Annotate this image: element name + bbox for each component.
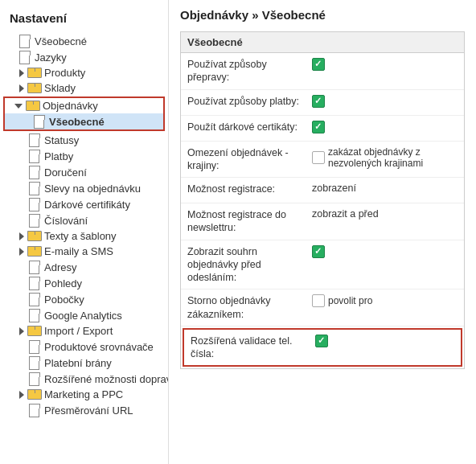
sidebar-item-presmerovani[interactable]: Přesměrování URL (0, 402, 168, 418)
setting-label: Použít dárkové certikáty: (187, 121, 312, 133)
setting-row-storno: Storno objednávky zákazníkem: povolit pr… (181, 289, 464, 326)
sidebar-item-label: Google Analytics (44, 310, 122, 322)
setting-row-souhrn: Zobrazit souhrn objednávky před odeslání… (181, 240, 464, 290)
doc-icon (29, 404, 40, 417)
setting-value (312, 121, 458, 133)
sidebar-item-label: Produktové srovnávače (44, 341, 154, 353)
setting-text: zakázat objednávky z nezvolených krajina… (328, 146, 458, 169)
checkbox-checked[interactable] (312, 95, 325, 108)
checkbox-checked[interactable] (312, 121, 325, 133)
chevron-right-icon (19, 232, 24, 240)
checkbox-unchecked[interactable] (312, 151, 325, 164)
sidebar-item-label: Platební brány (44, 357, 112, 369)
sidebar-item-statusy[interactable]: Statusy (0, 132, 168, 148)
doc-icon (29, 340, 40, 353)
sidebar-item-label: Doručení (44, 166, 87, 179)
doc-icon (29, 261, 40, 273)
chevron-right-icon (19, 248, 24, 256)
setting-row-registrace: Možnost registrace: zobrazení (181, 178, 464, 203)
chevron-right-icon (19, 84, 24, 92)
sidebar-item-platebni[interactable]: Platební brány (0, 355, 168, 371)
sidebar-item-label: Všeobecné (49, 116, 105, 128)
sidebar-item-label: Dárkové certifikáty (44, 199, 130, 211)
doc-icon (29, 150, 40, 162)
chevron-right-icon (19, 327, 24, 335)
folder-icon (26, 101, 39, 111)
sidebar-item-rozsirene[interactable]: Rozšířené možnosti dopravy (0, 371, 168, 387)
setting-value (312, 58, 458, 71)
setting-label: Možnost registrace: (187, 183, 312, 195)
setting-row-newsletter: Možnost registrace do newslettru: zobraz… (181, 203, 464, 240)
sidebar-item-label: Slevy na objednávku (44, 183, 141, 195)
sidebar-item-label: Sklady (44, 82, 76, 94)
sidebar-item-platby[interactable]: Platby (0, 148, 168, 164)
sidebar-item-pobocky[interactable]: Pobočky (0, 291, 168, 307)
page-title: Objednávky » Všeobecné (180, 8, 465, 22)
sidebar-item-doruceni[interactable]: Doručení (0, 164, 168, 180)
sidebar-item-pohledy[interactable]: Pohledy (0, 275, 168, 291)
setting-row-darkove: Použít dárkové certikáty: (181, 116, 464, 142)
sidebar-item-darkove[interactable]: Dárkové certifikáty (0, 196, 168, 212)
doc-icon (29, 214, 40, 227)
sidebar-item-label: Adresy (44, 261, 76, 273)
sidebar-item-label: Produkty (44, 67, 85, 79)
sidebar-item-jazyky[interactable]: Jazyky (0, 49, 168, 65)
sidebar-item-emaily[interactable]: E-maily a SMS (0, 244, 168, 259)
sidebar-title: Nastavení (0, 6, 168, 33)
setting-label: Možnost registrace do newslettru: (187, 208, 312, 235)
setting-label: Používat způsoby platby: (187, 95, 312, 108)
checkbox-unchecked[interactable] (312, 294, 325, 307)
sidebar-item-cislovani[interactable]: Číslování (0, 212, 168, 228)
main-content: Objednávky » Všeobecné Všeobecné Používa… (169, 0, 476, 464)
sidebar-item-produktove[interactable]: Produktové srovnávače (0, 339, 168, 355)
doc-icon (29, 166, 40, 179)
doc-icon (29, 133, 40, 146)
sidebar-item-objednavky[interactable]: Objednávky (5, 98, 163, 113)
sidebar: Nastavení Všeobecné Jazyky Produkty Skla… (0, 0, 169, 464)
folder-icon (27, 326, 40, 336)
sidebar-item-sklady[interactable]: Sklady (0, 80, 168, 96)
sidebar-item-texty[interactable]: Texty a šablony (0, 228, 168, 244)
setting-row-preprava: Používat způsoby přepravy: (181, 53, 464, 90)
doc-icon (29, 198, 40, 211)
setting-row-validace: Rozšířená validace tel. čísla: (184, 330, 461, 366)
setting-value (312, 95, 458, 108)
folder-icon (27, 83, 40, 93)
setting-text: povolit pro (328, 295, 372, 306)
sidebar-item-vseobecne[interactable]: Všeobecné (0, 33, 168, 49)
sidebar-item-vseobecne-sub[interactable]: Všeobecné (5, 113, 163, 129)
highlighted-row: Rozšířená validace tel. čísla: (183, 328, 462, 368)
sidebar-item-label: Import / Export (44, 325, 113, 337)
doc-icon (29, 372, 40, 385)
sidebar-item-label: Objednávky (43, 100, 98, 112)
doc-icon (29, 277, 40, 289)
doc-icon (19, 51, 31, 64)
checkbox-checked[interactable] (315, 335, 328, 347)
setting-row-platby: Používat způsoby platby: (181, 90, 464, 116)
sidebar-item-adresy[interactable]: Adresy (0, 259, 168, 275)
setting-label: Zobrazit souhrn objednávky před odeslání… (187, 245, 312, 285)
sidebar-item-label: Všeobecné (35, 35, 87, 47)
chevron-right-icon (19, 391, 24, 399)
sidebar-item-slevy[interactable]: Slevy na objednávku (0, 180, 168, 196)
setting-label: Storno objednávky zákazníkem: (187, 294, 312, 321)
checkbox-checked[interactable] (312, 245, 325, 258)
sidebar-item-produkty[interactable]: Produkty (0, 65, 168, 80)
folder-icon (27, 246, 40, 257)
doc-icon (29, 293, 40, 306)
sidebar-item-label: Rozšířené možnosti dopravy (44, 373, 169, 385)
sidebar-item-label: Přesměrování URL (44, 404, 133, 417)
sidebar-item-import[interactable]: Import / Export (0, 323, 168, 339)
sidebar-item-label: Texty a šablony (44, 230, 117, 242)
sidebar-item-marketing[interactable]: Marketing a PPC (0, 387, 168, 402)
sidebar-item-label: Platby (44, 150, 73, 162)
sidebar-item-label: Marketing a PPC (44, 388, 123, 400)
doc-icon (29, 182, 40, 195)
checkbox-checked[interactable] (312, 58, 325, 71)
setting-row-krajiny: Omezení objednávek - krajiny: zakázat ob… (181, 142, 464, 179)
setting-value: povolit pro (312, 294, 458, 307)
doc-icon (34, 115, 45, 128)
setting-value (312, 245, 458, 258)
sidebar-item-label: E-maily a SMS (44, 245, 113, 257)
sidebar-item-google[interactable]: Google Analytics (0, 307, 168, 323)
